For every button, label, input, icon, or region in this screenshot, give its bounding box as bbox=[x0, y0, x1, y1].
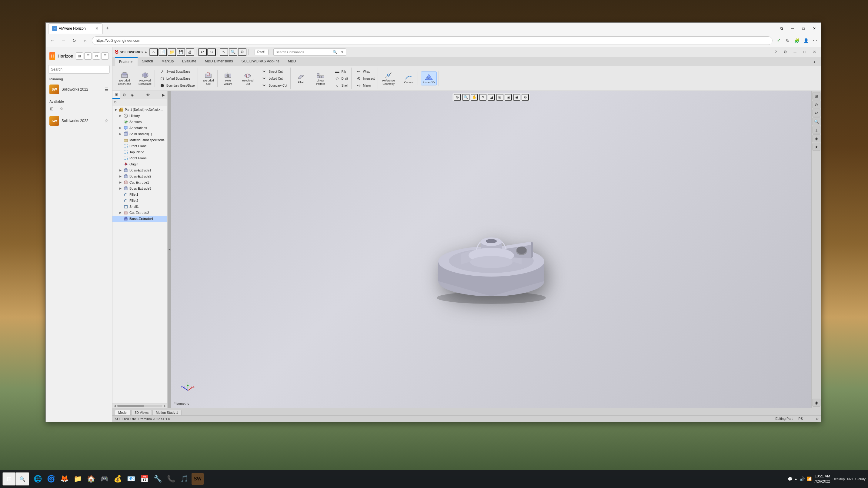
available-app-solidworks[interactable]: SW Solidworks 2022 ☆ bbox=[48, 114, 110, 128]
sw-minimize-button[interactable]: ─ bbox=[791, 48, 799, 56]
mirror-button[interactable]: ⇔ Mirror bbox=[354, 82, 376, 89]
tree-item-front-plane[interactable]: ▶ Front Plane bbox=[113, 143, 167, 149]
tree-item-boss-extrude4[interactable]: ▶ Boss-Extrude4 bbox=[113, 216, 167, 222]
taskbar-arrow-up-icon[interactable]: ▲ bbox=[794, 477, 798, 481]
curves-button[interactable]: Curves bbox=[401, 72, 416, 85]
address-bar[interactable]: https://vdi2.goengineer.com bbox=[92, 36, 773, 45]
sw-open-button[interactable]: 📁 bbox=[167, 48, 176, 56]
forward-button[interactable]: → bbox=[59, 36, 68, 45]
tree-part-header[interactable]: ▶ Part1 (Default) <<Default>_Display Str… bbox=[113, 107, 167, 113]
taskbar-app-solidworks[interactable]: SW bbox=[191, 473, 204, 485]
tab-close-button[interactable]: ✕ bbox=[95, 26, 99, 31]
taskbar-app-home[interactable]: 🏠 bbox=[85, 473, 97, 485]
ribbon-tab-mbd[interactable]: MBD bbox=[284, 57, 300, 66]
ribbon-tab-sketch[interactable]: Sketch bbox=[137, 57, 157, 66]
tree-item-annotations[interactable]: ▶ Annotations bbox=[113, 125, 167, 131]
tree-item-sensors[interactable]: ▶ Sensors bbox=[113, 119, 167, 125]
horizon-list-button[interactable]: ☰ bbox=[84, 53, 92, 60]
vt-hide-show[interactable]: ◉ bbox=[513, 94, 520, 101]
rib-button[interactable]: ▬ Rib bbox=[333, 68, 349, 75]
taskbar-network-icon[interactable]: 📶 bbox=[806, 477, 812, 481]
new-tab-button[interactable]: + bbox=[104, 25, 111, 32]
tree-expand-annotations[interactable]: ▶ bbox=[119, 126, 122, 130]
revolved-cut-button[interactable]: RevolvedCut bbox=[240, 70, 255, 87]
taskbar-app-phone[interactable]: 📞 bbox=[165, 473, 177, 485]
sw-options-button[interactable]: ⚙ bbox=[238, 48, 246, 56]
tree-tab-dim-xpert[interactable]: + bbox=[136, 91, 144, 99]
running-app-list-icon[interactable]: ☰ bbox=[104, 87, 108, 92]
extensions-icon[interactable]: 🧩 bbox=[793, 37, 800, 44]
browser-restore-button[interactable]: ⧉ bbox=[777, 25, 786, 32]
tree-tab-feature-manager[interactable]: ⊞ bbox=[113, 91, 120, 99]
tree-item-right-plane[interactable]: ▶ Right Plane bbox=[113, 155, 167, 161]
start-button[interactable]: ⊞ bbox=[2, 472, 16, 486]
tree-item-material[interactable]: ▶ Material <not specified> bbox=[113, 137, 167, 143]
ribbon-collapse-button[interactable]: ▲ bbox=[810, 57, 818, 66]
rt-section-view[interactable]: ◫ bbox=[812, 126, 820, 134]
taskbar-app-chrome[interactable]: 🌀 bbox=[45, 473, 57, 485]
browser-maximize-button[interactable]: □ bbox=[799, 25, 808, 32]
rt-appearances[interactable]: ◉ bbox=[812, 399, 820, 406]
draft-button[interactable]: ◇ Draft bbox=[333, 75, 349, 82]
sw-settings-button[interactable]: ⚙ bbox=[781, 48, 789, 56]
home-button[interactable]: ⌂ bbox=[81, 36, 89, 45]
sw-save-button[interactable]: 💾 bbox=[177, 48, 185, 56]
ribbon-tab-mbd-dimensions[interactable]: MBD Dimensions bbox=[200, 57, 237, 66]
tree-item-fillet2[interactable]: ▶ Fillet2 bbox=[113, 197, 167, 203]
sw-search-commands-input[interactable] bbox=[274, 50, 331, 54]
tree-expand-boss-extrude2[interactable]: ▶ bbox=[119, 174, 122, 178]
vt-zoom-fit[interactable]: ⊙ bbox=[454, 94, 461, 101]
revolved-boss-base-button[interactable]: RevolvedBoss/Base bbox=[137, 70, 153, 87]
horizon-menu-button[interactable]: ☰ bbox=[101, 53, 108, 60]
rt-zoom-to-selection[interactable]: 🔍 bbox=[812, 118, 820, 125]
available-star-icon[interactable]: ☆ bbox=[58, 105, 65, 112]
taskbar-app-mail[interactable]: 📧 bbox=[125, 473, 137, 485]
taskbar-app-firefox[interactable]: 🦊 bbox=[58, 473, 70, 485]
tree-tab-property-manager[interactable]: ⚙ bbox=[120, 91, 128, 99]
vt-display-style[interactable]: ▣ bbox=[505, 94, 512, 101]
tree-scroll-left[interactable]: ◀ bbox=[114, 404, 116, 408]
vt-rotate[interactable]: ↻ bbox=[479, 94, 487, 101]
available-app-star-icon[interactable]: ☆ bbox=[104, 119, 108, 123]
swept-boss-base-button[interactable]: ↗ Swept Boss/Base bbox=[158, 68, 196, 75]
boundary-boss-base-button[interactable]: ⬢ Boundary Boss/Base bbox=[158, 82, 196, 89]
vt-section-view[interactable]: ⊞ bbox=[496, 94, 503, 101]
taskbar-app-settings[interactable]: 🔧 bbox=[152, 473, 164, 485]
taskbar-volume-icon[interactable]: 🔊 bbox=[800, 477, 805, 481]
tree-item-cut-extrude2[interactable]: ▶ Cut-Extrude2 bbox=[113, 209, 167, 216]
sw-undo-button[interactable]: ↩ bbox=[198, 48, 207, 56]
tree-item-shell1[interactable]: ▶ Shell1 bbox=[113, 203, 167, 209]
horizon-copy-button[interactable]: ⧉ bbox=[93, 53, 100, 60]
taskbar-app-game[interactable]: 🎮 bbox=[98, 473, 110, 485]
tree-expand-part[interactable]: ▶ bbox=[115, 108, 118, 111]
sw-menu-arrow[interactable]: ▸ bbox=[145, 50, 147, 54]
rt-render[interactable]: ★ bbox=[812, 143, 820, 151]
sw-print-button[interactable]: 🖨 bbox=[186, 48, 194, 56]
tree-expand-history[interactable]: ▶ bbox=[119, 114, 122, 118]
ribbon-tab-features[interactable]: Features bbox=[115, 57, 137, 66]
tree-item-solid-bodies[interactable]: ▶ Solid Bodies(1) bbox=[113, 131, 167, 137]
tree-expand-boss-extrude3[interactable]: ▶ bbox=[119, 187, 122, 190]
tree-tab-display-manager[interactable]: 👁 bbox=[144, 91, 152, 99]
lofted-cut-button[interactable]: ✂ Lofted Cut bbox=[260, 75, 288, 82]
sw-home-button[interactable]: ⌂ bbox=[149, 48, 158, 56]
sw-search-button[interactable]: 🔍 bbox=[331, 48, 339, 56]
vt-view-settings[interactable]: ⚙ bbox=[522, 94, 529, 101]
browser-minimize-button[interactable]: ─ bbox=[788, 25, 797, 32]
tree-item-top-plane[interactable]: ▶ Top Plane bbox=[113, 149, 167, 155]
tree-expand-cut-extrude2[interactable]: ▶ bbox=[119, 211, 122, 215]
tree-expand-cut-extrude1[interactable]: ▶ bbox=[119, 181, 122, 184]
taskbar-app-money[interactable]: 💰 bbox=[112, 473, 124, 485]
taskbar-app-files[interactable]: 📁 bbox=[71, 473, 84, 485]
vt-view-orient[interactable]: ◪ bbox=[488, 94, 495, 101]
tree-resize-handle[interactable]: ◀ bbox=[167, 91, 171, 408]
tree-tab-arrow-right[interactable]: ▶ bbox=[159, 91, 167, 99]
extruded-boss-base-button[interactable]: ExtrudedBoss/Base bbox=[117, 70, 132, 87]
profile-icon[interactable]: 👤 bbox=[802, 37, 809, 44]
taskbar-app-music[interactable]: 🎵 bbox=[178, 473, 190, 485]
sw-restore-button[interactable]: □ bbox=[800, 48, 809, 56]
taskbar-desktop-label[interactable]: Desktop bbox=[833, 477, 845, 481]
bottom-tab-motion-study[interactable]: Motion Study 1 bbox=[152, 410, 181, 415]
tree-expand-boss-extrude1[interactable]: ▶ bbox=[119, 168, 122, 172]
horizon-search-input[interactable] bbox=[48, 65, 110, 74]
